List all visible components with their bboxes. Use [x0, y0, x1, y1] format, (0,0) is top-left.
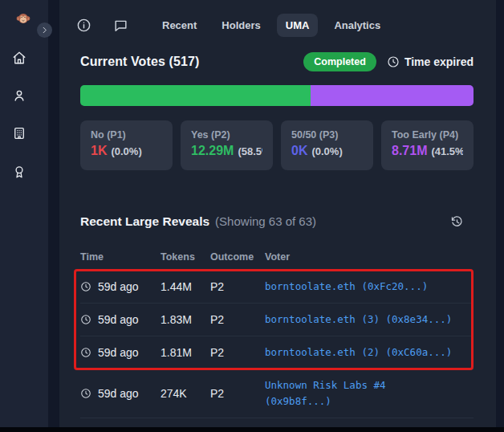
history-refresh-button[interactable] — [450, 215, 464, 229]
card-percent: (41.5%) — [431, 145, 463, 157]
award-icon — [12, 165, 26, 179]
reveals-table: Time Tokens Outcome Voter 59d ago 1.44M … — [80, 248, 474, 432]
table-header: Time Tokens Outcome Voter — [80, 248, 474, 271]
bottom-edge-bar — [0, 427, 504, 432]
card-label: No (P1) — [91, 129, 162, 141]
card-value: 8.71M — [392, 144, 427, 157]
card-label: Yes (P2) — [191, 129, 262, 141]
row-outcome: P2 — [210, 313, 265, 326]
voter-link[interactable]: borntoolate.eth (3) (0x8e34...) — [265, 312, 454, 328]
vote-distribution-bar — [80, 85, 474, 106]
stat-card-yes-p2: Yes (P2) 12.29M(58.5%) — [181, 120, 273, 170]
row-time: 59d ago — [98, 280, 139, 293]
col-voter: Voter — [265, 251, 454, 263]
card-label: 50/50 (P3) — [291, 129, 363, 141]
current-votes-title: Current Votes (517) — [80, 55, 199, 69]
info-icon — [76, 18, 91, 33]
info-button[interactable] — [76, 18, 91, 33]
vote-stat-cards: No (P1) 1K(0.0%) Yes (P2) 12.29M(58.5%) … — [80, 120, 474, 170]
card-value: 1K — [91, 144, 107, 157]
home-icon — [12, 51, 26, 65]
card-label: Too Early (P4) — [392, 129, 463, 141]
history-icon — [450, 215, 464, 229]
voter-link[interactable]: Unknown Risk Labs #4 (0x9b8f...) — [265, 377, 454, 410]
row-tokens: 1.44M — [161, 280, 210, 293]
sidebar-expand-button[interactable] — [37, 22, 52, 38]
reveals-count: (Showing 63 of 63) — [215, 214, 316, 228]
clock-icon — [80, 281, 91, 292]
table-row: 59d ago 1.83M P2 borntoolate.eth (3) (0x… — [80, 304, 474, 336]
building-icon — [12, 126, 26, 141]
card-value: 12.29M — [191, 144, 234, 157]
clock-icon — [80, 347, 91, 358]
table-row: 59d ago 274K P2 Unknown Risk Labs #4 (0x… — [80, 369, 474, 418]
vote-bar-green-segment — [80, 85, 311, 106]
vote-bar-purple-segment — [311, 85, 474, 106]
tab-uma[interactable]: UMA — [277, 14, 319, 37]
reveals-title: Recent Large Reveals — [80, 214, 209, 229]
row-outcome: P2 — [210, 346, 265, 359]
monkey-avatar[interactable] — [16, 11, 30, 26]
tab-analytics[interactable]: Analytics — [325, 14, 389, 37]
card-value: 0K — [291, 144, 307, 157]
speech-bubble-icon — [113, 18, 128, 33]
voter-link[interactable]: borntoolate.eth (0xFc20...) — [265, 279, 454, 295]
sidebar-item-home[interactable] — [12, 51, 26, 65]
row-time: 59d ago — [98, 387, 139, 400]
card-percent: (58.5%) — [238, 145, 262, 157]
stat-card-tooearly-p4: Too Early (P4) 8.71M(41.5%) — [381, 120, 474, 170]
voter-link[interactable]: borntoolate.eth (2) (0xC60a...) — [265, 344, 454, 361]
chevron-right-icon — [40, 26, 49, 35]
row-tokens: 1.81M — [161, 346, 210, 359]
time-expired-note: Time expired — [387, 55, 474, 68]
time-expired-label: Time expired — [404, 55, 474, 68]
table-row: 59d ago 1.81M P2 borntoolate.eth (2) (0x… — [80, 336, 474, 369]
tab-holders[interactable]: Holders — [213, 14, 269, 37]
row-tokens: 1.83M — [161, 313, 210, 326]
col-tokens: Tokens — [161, 251, 210, 263]
col-time: Time — [80, 251, 161, 263]
votes-status: Completed Time expired — [303, 52, 474, 71]
stat-card-no-p1: No (P1) 1K(0.0%) — [80, 120, 173, 170]
table-row: 59d ago 1.44M P2 borntoolate.eth (0xFc20… — [80, 271, 474, 304]
app-window: Recent Holders UMA Analytics Current Vot… — [0, 0, 504, 432]
sidebar — [0, 0, 48, 432]
row-time: 59d ago — [98, 346, 139, 359]
highlighted-rows-group: 59d ago 1.44M P2 borntoolate.eth (0xFc20… — [80, 271, 474, 369]
topbar: Recent Holders UMA Analytics — [59, 0, 496, 39]
card-percent: (0.0%) — [311, 145, 342, 157]
sidebar-item-profile[interactable] — [12, 88, 26, 103]
stat-card-5050-p3: 50/50 (P3) 0K(0.0%) — [281, 120, 373, 170]
clock-icon — [80, 314, 91, 325]
user-icon — [12, 88, 26, 103]
main-panel: Recent Holders UMA Analytics Current Vot… — [59, 0, 496, 432]
row-time: 59d ago — [98, 313, 139, 326]
sidebar-item-awards[interactable] — [12, 165, 26, 179]
chat-button[interactable] — [113, 18, 128, 33]
col-outcome: Outcome — [210, 251, 265, 263]
sidebar-item-organization[interactable] — [12, 126, 26, 141]
row-outcome: P2 — [210, 387, 265, 400]
card-percent: (0.0%) — [111, 145, 141, 157]
tab-bar: Recent Holders UMA Analytics — [153, 14, 389, 37]
row-outcome: P2 — [210, 280, 265, 293]
clock-icon — [80, 388, 91, 399]
status-badge-completed: Completed — [303, 52, 376, 71]
row-tokens: 274K — [161, 387, 210, 400]
tab-recent[interactable]: Recent — [153, 14, 205, 37]
clock-icon — [387, 55, 400, 68]
